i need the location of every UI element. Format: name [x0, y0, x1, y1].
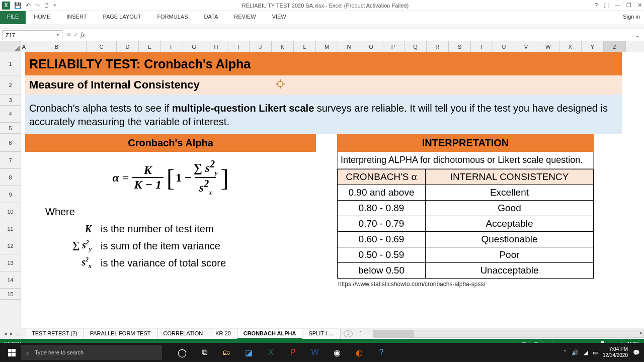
row-header[interactable]: 4 [0, 106, 21, 123]
sheet-tab[interactable]: CRONBACH ALPHA [237, 329, 303, 339]
ribbon-tab-formulas[interactable]: FORMULAS [149, 11, 196, 24]
file-explorer-icon[interactable]: 🗂 [216, 343, 236, 362]
volume-icon[interactable]: 🔊 [572, 349, 579, 356]
column-header[interactable]: B [27, 41, 87, 52]
excel-taskbar-icon[interactable]: X [261, 343, 281, 362]
ribbon-tab-view[interactable]: VIEW [264, 11, 294, 24]
minimize-icon[interactable]: — [615, 2, 620, 9]
app-icon[interactable]: ◪ [238, 343, 259, 362]
column-header[interactable]: K [272, 41, 294, 52]
maximize-icon[interactable]: ❐ [626, 2, 631, 9]
close-icon[interactable]: ✕ [637, 2, 642, 9]
fx-icon[interactable]: fx [80, 31, 85, 39]
help-taskbar-icon[interactable]: ? [371, 343, 391, 362]
new-icon[interactable]: 🗋 [44, 2, 50, 9]
column-header[interactable]: I [227, 41, 250, 52]
ribbon-tab-pagelayout[interactable]: PAGE LAYOUT [95, 11, 149, 24]
column-header[interactable]: P [382, 41, 405, 52]
scrollbar-thumb[interactable] [374, 330, 414, 337]
column-header[interactable]: O [360, 41, 382, 52]
column-header[interactable]: S [449, 41, 471, 52]
sheet-tab[interactable]: SPLIT I … [302, 329, 341, 339]
ribbon-tab-data[interactable]: DATA [196, 11, 226, 24]
select-all-button[interactable] [0, 41, 21, 52]
column-header[interactable]: D [117, 41, 139, 52]
row-header[interactable]: 6 [0, 134, 21, 152]
column-header[interactable]: Y [582, 41, 604, 52]
firefox-icon[interactable]: ◐ [349, 343, 369, 362]
column-header[interactable]: E [139, 41, 161, 52]
column-header[interactable]: F [161, 41, 183, 52]
column-header[interactable]: X [559, 41, 582, 52]
column-header[interactable]: M [316, 41, 338, 52]
save-icon[interactable]: 💾 [14, 2, 22, 9]
taskbar-search[interactable]: ⌕ Type here to search [21, 345, 162, 360]
row-header[interactable]: 8 [0, 169, 21, 186]
column-header[interactable]: A [21, 41, 27, 52]
wifi-icon[interactable]: ◢ [584, 349, 588, 356]
sheet-tab[interactable]: PARALLEL FORM TEST [84, 329, 157, 339]
ribbon-options-icon[interactable]: ⬚ [604, 2, 609, 9]
row-header[interactable]: 12 [0, 237, 21, 254]
taskview-icon[interactable]: ⧉ [194, 343, 214, 362]
sign-in-link[interactable]: Sign in [619, 11, 644, 24]
column-header[interactable]: Q [405, 41, 427, 52]
formula-input[interactable] [89, 30, 631, 40]
cortana-icon[interactable]: ◯ [172, 343, 192, 362]
row-header[interactable]: 3 [0, 95, 21, 106]
sheet-tab[interactable]: KR 20 [209, 329, 237, 339]
powerpoint-icon[interactable]: P [283, 343, 303, 362]
tray-up-icon[interactable]: ˄ [564, 349, 567, 356]
row-header[interactable]: 9 [0, 186, 21, 203]
row-header[interactable]: 2 [0, 75, 21, 95]
sheet-nav-more-icon[interactable]: … [16, 330, 22, 337]
row-header[interactable]: 5 [0, 123, 21, 134]
ribbon-tab-review[interactable]: REVIEW [226, 11, 264, 24]
row-header[interactable]: 13 [0, 254, 21, 272]
column-header[interactable]: N [338, 41, 360, 52]
row-header[interactable]: 14 [0, 272, 21, 289]
chrome-icon[interactable]: ◉ [327, 343, 347, 362]
ribbon-tab-home[interactable]: HOME [26, 11, 58, 24]
column-header[interactable]: R [427, 41, 449, 52]
name-box-dropdown-icon[interactable]: ▾ [57, 33, 59, 37]
column-header[interactable]: C [87, 41, 117, 52]
column-header[interactable]: H [205, 41, 227, 52]
column-header[interactable]: V [515, 41, 537, 52]
add-sheet-button[interactable]: + [344, 330, 353, 337]
ribbon-tab-insert[interactable]: INSERT [58, 11, 95, 24]
enter-formula-icon[interactable]: ✓ [73, 31, 78, 39]
sheet-nav-next-icon[interactable]: ▸ [10, 330, 13, 337]
file-tab[interactable]: FILE [0, 11, 26, 24]
sheet-nav-prev-icon[interactable]: ◂ [4, 330, 7, 337]
redo-icon[interactable]: ↷ [35, 2, 40, 9]
row-header[interactable]: 7 [0, 152, 21, 169]
column-header[interactable]: L [294, 41, 316, 52]
name-box[interactable]: Z17 ▾ [2, 30, 62, 40]
column-header[interactable]: U [493, 41, 515, 52]
column-header[interactable]: J [250, 41, 272, 52]
sheet-tab[interactable]: CORRELATION [157, 329, 210, 339]
table-row: 0.90 and aboveExcellent [338, 185, 594, 201]
horizontal-scrollbar[interactable]: ◂ ▸ [373, 330, 644, 338]
cancel-formula-icon[interactable]: ✕ [66, 31, 71, 39]
word-icon[interactable]: W [305, 343, 325, 362]
start-button[interactable] [2, 343, 21, 362]
column-header[interactable]: W [537, 41, 559, 52]
clock[interactable]: 7:04 PM 12/14/2020 [603, 346, 628, 358]
column-header[interactable]: T [471, 41, 493, 52]
row-header[interactable]: 11 [0, 220, 21, 237]
row-header[interactable]: 10 [0, 203, 21, 220]
undo-icon[interactable]: ↶ [26, 2, 31, 9]
expand-formula-icon[interactable]: ⌄ [631, 32, 644, 39]
grid-body[interactable]: RELIABILTY TEST: Cronbach's Alpha Measur… [21, 52, 644, 328]
battery-icon[interactable]: ▭ [593, 349, 598, 356]
sheet-tab[interactable]: TEST RETEST (2) [26, 329, 84, 339]
row-header[interactable]: 15 [0, 289, 21, 300]
help-icon[interactable]: ? [595, 2, 598, 9]
notifications-icon[interactable]: 💬 [633, 349, 640, 356]
row-header[interactable]: 1 [0, 52, 21, 75]
formula-bar: Z17 ▾ ✕ ✓ fx ⌄ [0, 29, 644, 41]
column-header[interactable]: G [183, 41, 205, 52]
column-header[interactable]: Z [604, 41, 626, 52]
